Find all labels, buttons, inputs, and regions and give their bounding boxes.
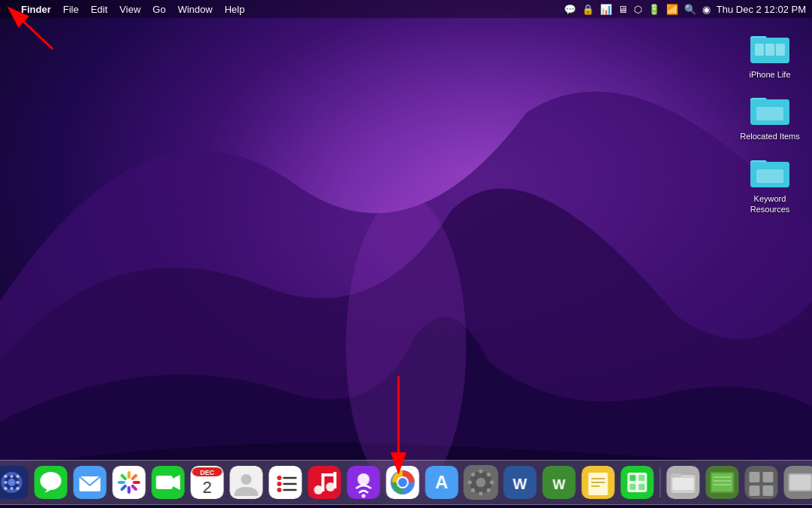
dock-photos[interactable] xyxy=(111,464,147,500)
svg-rect-122 xyxy=(763,485,774,496)
dock-misc2[interactable] xyxy=(744,464,780,500)
svg-rect-111 xyxy=(673,478,694,490)
svg-point-28 xyxy=(8,479,16,486)
finder-menu[interactable]: Finder xyxy=(21,4,51,15)
dock-music[interactable] xyxy=(307,464,343,500)
svg-text:A: A xyxy=(435,472,448,492)
svg-point-30 xyxy=(11,475,14,478)
dock-launchpad[interactable] xyxy=(0,464,30,500)
svg-point-29 xyxy=(5,475,8,478)
menubar-left: Finder File Edit View Go Window Help xyxy=(6,4,244,15)
dock-word[interactable]: W xyxy=(502,464,538,500)
dock-contacts[interactable] xyxy=(229,464,265,500)
svg-point-33 xyxy=(17,481,20,484)
svg-point-35 xyxy=(11,487,14,490)
svg-rect-7 xyxy=(765,44,774,56)
svg-rect-16 xyxy=(756,169,783,183)
svg-point-90 xyxy=(486,473,490,476)
svg-rect-120 xyxy=(763,472,774,482)
svg-rect-125 xyxy=(790,475,811,490)
dock-misc1[interactable] xyxy=(704,464,741,500)
dock-separator xyxy=(660,467,661,497)
keyword-label: KeywordResources xyxy=(750,193,790,215)
svg-point-65 xyxy=(277,488,282,492)
svg-point-74 xyxy=(358,473,370,485)
view-menu[interactable]: View xyxy=(120,4,141,15)
svg-point-92 xyxy=(476,478,486,488)
svg-rect-6 xyxy=(755,44,764,56)
dock-podcasts[interactable] xyxy=(346,464,382,500)
dock-numbers[interactable] xyxy=(620,464,656,500)
battery-icon[interactable]: 🔋 xyxy=(648,4,660,15)
svg-point-85 xyxy=(479,491,483,495)
svg-point-79 xyxy=(398,478,408,487)
svg-rect-52 xyxy=(156,476,173,489)
edit-menu[interactable]: Edit xyxy=(91,4,108,15)
svg-rect-110 xyxy=(671,473,682,477)
dock-mail[interactable] xyxy=(72,464,108,500)
dock-facetime[interactable] xyxy=(150,464,186,500)
desktop-item-keyword-resources[interactable]: KeywordResources xyxy=(740,154,800,215)
file-menu[interactable]: File xyxy=(63,4,79,15)
desktop: Finder File Edit View Go Window Help 💬 🔒… xyxy=(0,0,812,508)
folder-icon-relocated xyxy=(749,92,791,128)
svg-point-86 xyxy=(468,480,471,484)
svg-point-34 xyxy=(5,487,8,490)
dock-messages[interactable] xyxy=(33,464,69,500)
desktop-items: iPhone Life Relocated Items KeywordResou… xyxy=(740,30,800,214)
status-icon-2: 📊 xyxy=(600,4,612,15)
menubar-right: 💬 🔒 📊 🖥 ⬡ 🔋 📶 🔍 ◉ Thu Dec 2 12:02 PM xyxy=(564,4,806,15)
dock-misc3[interactable] xyxy=(783,464,813,500)
svg-rect-114 xyxy=(712,473,733,491)
svg-point-84 xyxy=(479,470,483,473)
desktop-item-relocated[interactable]: Relocated Items xyxy=(740,92,800,141)
status-icon-3: 🖥 xyxy=(618,4,628,15)
svg-text:W: W xyxy=(513,476,527,492)
folder-icon-keyword xyxy=(749,154,791,190)
svg-point-61 xyxy=(277,476,282,480)
svg-rect-106 xyxy=(630,484,636,490)
svg-point-75 xyxy=(362,494,365,498)
svg-point-59 xyxy=(241,474,252,485)
iphone-life-label: iPhone Life xyxy=(749,69,790,80)
dock-wordweb[interactable]: W xyxy=(541,464,577,500)
svg-rect-104 xyxy=(630,475,636,481)
svg-rect-107 xyxy=(639,484,645,490)
go-menu[interactable]: Go xyxy=(153,4,165,15)
search-icon[interactable]: 🔍 xyxy=(684,4,696,15)
siri-icon[interactable]: ◉ xyxy=(702,4,710,15)
dock-files[interactable] xyxy=(665,464,701,500)
dock-chrome[interactable] xyxy=(385,464,421,500)
help-menu[interactable]: Help xyxy=(225,4,245,15)
bluetooth-icon[interactable]: ⬡ xyxy=(634,4,642,15)
svg-text:W: W xyxy=(553,477,565,492)
svg-rect-12 xyxy=(756,107,783,120)
dock-notes[interactable] xyxy=(580,464,617,500)
svg-point-38 xyxy=(41,472,62,490)
svg-rect-8 xyxy=(776,44,785,56)
svg-rect-60 xyxy=(269,466,302,499)
svg-rect-119 xyxy=(750,472,760,482)
svg-rect-42 xyxy=(113,466,146,499)
dock-calendar[interactable]: DEC 2 xyxy=(189,464,226,500)
window-menu[interactable]: Window xyxy=(177,4,212,15)
desktop-item-iphone-life[interactable]: iPhone Life xyxy=(740,30,800,80)
status-icon-1: 🔒 xyxy=(582,4,594,15)
svg-point-88 xyxy=(471,473,474,476)
dock-appstore[interactable]: A xyxy=(424,464,460,500)
svg-text:2: 2 xyxy=(202,478,211,497)
datetime: Thu Dec 2 12:02 PM xyxy=(717,4,806,15)
svg-point-36 xyxy=(17,487,20,490)
dock-reminders[interactable] xyxy=(268,464,304,500)
svg-rect-121 xyxy=(750,485,760,496)
svg-point-2 xyxy=(346,196,466,497)
wifi-icon[interactable]: 📶 xyxy=(666,4,678,15)
svg-point-63 xyxy=(277,482,282,486)
wechat-icon[interactable]: 💬 xyxy=(564,4,576,15)
svg-rect-105 xyxy=(639,475,645,481)
folder-icon-iphone-life xyxy=(749,30,791,66)
svg-text:DEC: DEC xyxy=(200,469,215,476)
dock-system-preferences[interactable] xyxy=(462,464,499,501)
relocated-label: Relocated Items xyxy=(740,131,799,141)
svg-point-91 xyxy=(471,488,474,492)
